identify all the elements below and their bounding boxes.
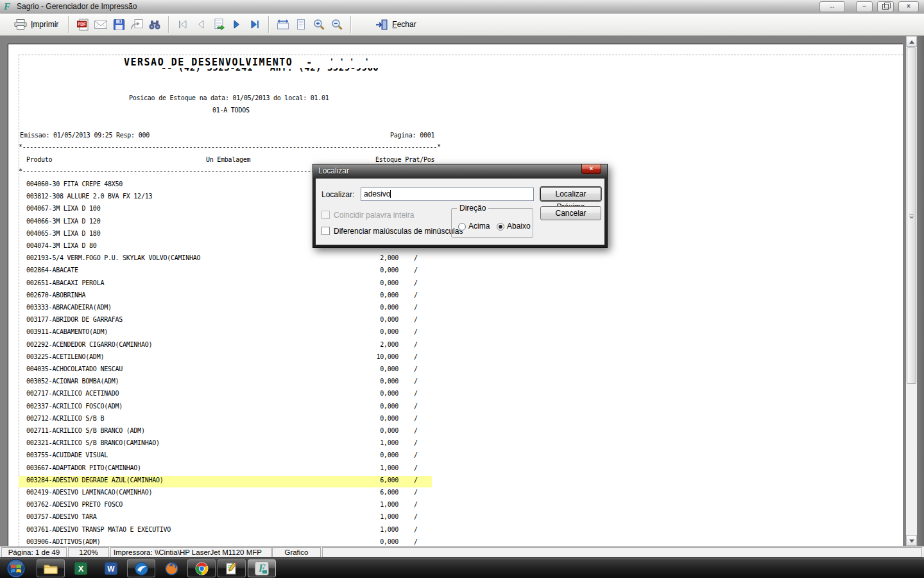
report-subtitle2: 01-A TODOS bbox=[212, 107, 250, 114]
minimize-button[interactable]: – bbox=[856, 1, 873, 12]
save-button[interactable] bbox=[110, 16, 128, 33]
taskbar-item-excel[interactable]: X bbox=[67, 559, 95, 577]
email-button[interactable] bbox=[92, 16, 110, 33]
resize-button[interactable]: ↔ bbox=[819, 1, 845, 12]
table-row: 003177-ABRIDOR DE GARRAFAS0,000/ bbox=[19, 315, 432, 327]
report-page-number: Pagina: 0001 bbox=[390, 132, 434, 139]
whole-word-checkbox bbox=[321, 211, 330, 219]
column-header-un-embalagem: Un Embalagem bbox=[206, 156, 250, 163]
explorer-folder-icon bbox=[44, 563, 58, 574]
svg-text:PDF: PDF bbox=[78, 22, 86, 26]
status-zoom-level: 120% bbox=[68, 547, 109, 557]
table-row: 002717-ACRILICO ACETINADO0,000/ bbox=[19, 389, 432, 401]
fit-page-button[interactable] bbox=[292, 16, 310, 33]
table-row: 003906-ADITIVOS(ADM)0,000/ bbox=[19, 538, 432, 547]
report-subtitle: Posicao de Estoque na data: 01/05/2013 d… bbox=[129, 94, 329, 101]
zoom-in-button[interactable] bbox=[310, 16, 328, 33]
direction-up-label[interactable]: Acima bbox=[468, 222, 490, 231]
last-page-icon bbox=[249, 19, 261, 30]
go-to-page-button[interactable] bbox=[210, 16, 228, 33]
status-printer: Impressora: \\Cintia\HP LaserJet M1120 M… bbox=[110, 547, 272, 557]
imprimir-button[interactable]: Imprimir bbox=[9, 15, 64, 33]
whole-word-label: Coincidir palavra inteira bbox=[334, 211, 414, 220]
taskbar-item-text-editor[interactable] bbox=[218, 559, 246, 577]
find-button[interactable] bbox=[146, 16, 164, 33]
previous-page-button[interactable] bbox=[192, 16, 210, 33]
next-page-button[interactable] bbox=[228, 16, 246, 33]
direction-up-radio[interactable] bbox=[458, 223, 466, 231]
word-icon: W bbox=[105, 562, 117, 575]
table-row: 003757-ADESIVO TARA1,000/ bbox=[19, 512, 432, 524]
open-report-button[interactable] bbox=[128, 16, 146, 33]
printer-icon bbox=[14, 19, 27, 30]
table-row: 002321-ACRILICO S/B BRANCO(CAMINHAO)1,00… bbox=[19, 439, 432, 450]
case-sensitive-label: Diferenciar maiúsculas de minúsculas bbox=[334, 227, 463, 236]
table-row: 002712-ACRILICO S/B B0,000/ bbox=[19, 414, 432, 426]
column-header-produto: Produto bbox=[26, 156, 52, 163]
open-report-icon bbox=[131, 19, 143, 30]
toolbar-separator bbox=[68, 16, 69, 33]
status-mode: Grafico bbox=[272, 547, 321, 557]
find-input[interactable]: adesivo bbox=[361, 188, 534, 201]
table-row: 002337-ACRILICO FOSCO(ADM)0,000/ bbox=[19, 402, 432, 414]
table-row: 002193-5/4 VERM.FOGO P.U. SKYLAK VOLVO(C… bbox=[19, 254, 432, 265]
zoom-out-button[interactable] bbox=[328, 16, 346, 33]
svg-text:W: W bbox=[107, 565, 115, 574]
fechar-label: Fechar bbox=[392, 20, 416, 29]
column-header-estoque: Estoque Prat/Pos bbox=[375, 156, 434, 163]
start-button[interactable] bbox=[4, 559, 28, 578]
report-separator: *---------------------------------------… bbox=[19, 143, 441, 150]
close-button[interactable]: × bbox=[898, 1, 919, 12]
text-caret bbox=[390, 190, 391, 198]
table-row: 002292-ACENDEDOR CIGARRO(CAMINHAO)2,000/ bbox=[19, 340, 432, 352]
go-to-page-icon bbox=[213, 19, 225, 30]
table-row: 002651-ABACAXI PEROLA0,000/ bbox=[19, 279, 432, 290]
binoculars-icon bbox=[148, 20, 161, 30]
direction-legend: Direção bbox=[457, 204, 488, 213]
table-row: 003755-ACUIDADE VISUAL0,000/ bbox=[19, 451, 432, 462]
firefox-icon bbox=[165, 562, 178, 575]
table-row: 004035-ACHOCOLATADO NESCAU0,000/ bbox=[19, 365, 432, 376]
status-page-indicator: Página: 1 de 49 bbox=[1, 547, 67, 557]
table-row: 002419-ADESIVO LAMINACAO(CAMINHAO)6,000/ bbox=[19, 488, 432, 500]
direction-down-radio[interactable] bbox=[497, 223, 504, 231]
pdf-export-button[interactable]: PDF bbox=[74, 16, 92, 33]
find-next-button[interactable]: Localizar Próxima bbox=[540, 187, 601, 201]
dialog-close-button[interactable]: × bbox=[581, 164, 601, 174]
zoom-in-icon bbox=[313, 19, 325, 30]
toolbar: Imprimir PDF bbox=[0, 13, 924, 36]
direction-groupbox: Direção Acima Abaixo bbox=[451, 208, 533, 238]
taskbar-item-sagrio[interactable]: F bbox=[248, 559, 276, 577]
taskbar-item-explorer[interactable] bbox=[37, 559, 65, 577]
report-emission: Emissao: 01/05/2013 09:25 Resp: 000 bbox=[20, 132, 150, 139]
taskbar: X W bbox=[0, 557, 924, 578]
scroll-down-button[interactable] bbox=[906, 535, 917, 546]
taskbar-item-chrome[interactable] bbox=[187, 559, 216, 577]
scrollbar-thumb[interactable] bbox=[907, 48, 916, 384]
scroll-up-button[interactable] bbox=[906, 36, 917, 47]
window-titlebar: F Sagrio - Gerenciador de Impressão ↔ – … bbox=[0, 0, 924, 13]
report-title-clipped-fragment: ' ' ' ' bbox=[329, 58, 419, 64]
window-controls: ↔ – × bbox=[819, 1, 919, 12]
fechar-button[interactable]: Fechar bbox=[370, 15, 421, 33]
case-sensitive-checkbox[interactable] bbox=[321, 227, 330, 235]
fit-width-button[interactable] bbox=[274, 16, 292, 33]
last-page-button[interactable] bbox=[246, 16, 264, 33]
taskbar-item-word[interactable]: W bbox=[97, 559, 125, 577]
thunderbird-icon bbox=[135, 562, 148, 575]
table-row: 002711-ACRILICO S/B BRANCO (ADM)0,000/ bbox=[19, 426, 432, 438]
cancel-button[interactable]: Cancelar bbox=[540, 206, 601, 220]
direction-down-label[interactable]: Abaixo bbox=[507, 222, 531, 231]
imprimir-label: Imprimir bbox=[31, 20, 58, 29]
maximize-button[interactable] bbox=[877, 1, 894, 12]
find-label: Localizar: bbox=[321, 190, 354, 199]
table-row: 003225-ACETILENO(ADM)10,000/ bbox=[19, 353, 432, 364]
taskbar-item-firefox[interactable] bbox=[157, 559, 185, 577]
print-preview-page: VERSAO DE DESENVOLVIMENTO - ' ' ' ' -- (… bbox=[8, 44, 903, 547]
toolbar-separator bbox=[168, 16, 169, 33]
first-page-button[interactable] bbox=[174, 16, 192, 33]
fit-width-icon bbox=[277, 19, 289, 30]
vertical-scrollbar[interactable] bbox=[906, 36, 917, 546]
taskbar-item-thunderbird[interactable] bbox=[127, 559, 155, 577]
dialog-body: Localizar: adesivo Localizar Próxima Can… bbox=[316, 179, 604, 245]
